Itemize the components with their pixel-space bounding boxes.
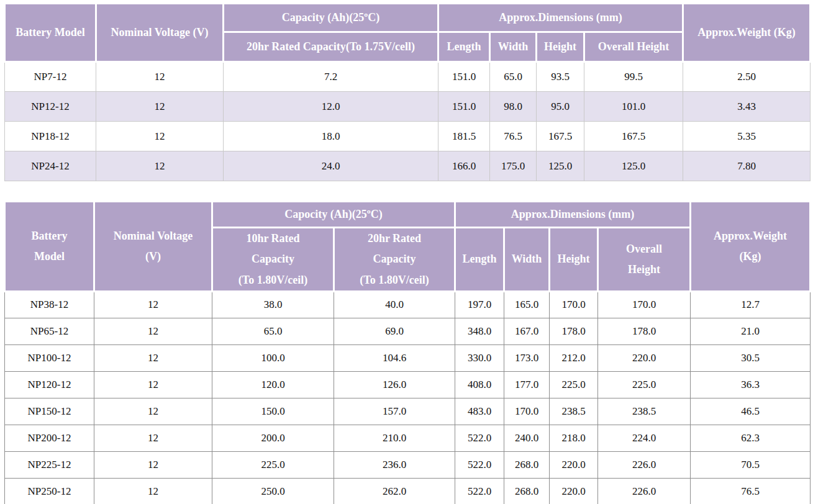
value-cell: 181.5 xyxy=(438,122,490,151)
value-cell: 151.0 xyxy=(438,62,490,92)
value-cell: 7.80 xyxy=(683,151,811,181)
value-cell: 7.2 xyxy=(224,62,438,92)
t1-header-dimensions-group: Approx.Dimensions (mm) xyxy=(438,4,683,32)
value-cell: 12.7 xyxy=(691,291,811,318)
value-cell: 330.0 xyxy=(455,344,504,371)
value-cell: 170.0 xyxy=(598,291,691,318)
table-row: NP225-1212225.0236.0522.0268.0220.0226.0… xyxy=(5,451,811,478)
t2-header-weight: Approx.Weight (Kg) xyxy=(691,202,811,292)
value-cell: 250.0 xyxy=(212,478,334,504)
value-cell: 12 xyxy=(94,478,212,504)
t2-header-nominal-voltage: Nominal Voltage (V) xyxy=(94,202,212,292)
value-cell: 46.5 xyxy=(691,398,811,425)
value-cell: 12.0 xyxy=(224,92,438,122)
value-cell: 12 xyxy=(94,398,212,425)
value-cell: 70.5 xyxy=(691,451,811,478)
page: Battery Model Nominal Voltage (V) Capaci… xyxy=(0,0,813,504)
value-cell: 177.0 xyxy=(504,371,550,398)
value-cell: 268.0 xyxy=(504,451,550,478)
table-row: NP18-121218.0181.576.5167.5167.55.35 xyxy=(5,122,811,151)
spec-table-2: Battery Model Nominal Voltage (V) Capoci… xyxy=(4,200,811,504)
table-row: NP250-1212250.0262.0522.0268.0220.0226.0… xyxy=(5,478,811,504)
value-cell: 226.0 xyxy=(598,478,691,504)
value-cell: 30.5 xyxy=(691,344,811,371)
value-cell: 178.0 xyxy=(550,318,598,344)
t2-header-width: Width xyxy=(504,228,550,292)
value-cell: 522.0 xyxy=(455,478,504,504)
value-cell: 65.0 xyxy=(490,62,537,92)
value-cell: 125.0 xyxy=(584,151,683,181)
table-row: NP150-1212150.0157.0483.0170.0238.5238.5… xyxy=(5,398,811,425)
value-cell: 12 xyxy=(94,291,212,318)
value-cell: 200.0 xyxy=(212,425,334,451)
header-group-row: Battery Model Nominal Voltage (V) Capoci… xyxy=(5,202,811,228)
t2-header-dimensions-group: Approx.Dimensions (mm) xyxy=(455,202,691,228)
value-cell: 150.0 xyxy=(212,398,334,425)
value-cell: 225.0 xyxy=(598,371,691,398)
value-cell: 104.6 xyxy=(334,344,455,371)
value-cell: 65.0 xyxy=(212,318,334,344)
value-cell: 36.3 xyxy=(691,371,811,398)
value-cell: 220.0 xyxy=(598,344,691,371)
t2-header-overall-height: Overall Height xyxy=(598,228,691,292)
value-cell: 170.0 xyxy=(504,398,550,425)
value-cell: 99.5 xyxy=(584,62,683,92)
value-cell: 218.0 xyxy=(550,425,598,451)
battery-model-cell: NP12-12 xyxy=(5,92,96,122)
value-cell: 12 xyxy=(96,151,224,181)
value-cell: 12 xyxy=(94,451,212,478)
value-cell: 167.0 xyxy=(504,318,550,344)
table-row: NP120-1212120.0126.0408.0177.0225.0225.0… xyxy=(5,371,811,398)
t2-header-height: Height xyxy=(550,228,598,292)
value-cell: 483.0 xyxy=(455,398,504,425)
battery-model-cell: NP100-12 xyxy=(5,344,94,371)
value-cell: 220.0 xyxy=(550,451,598,478)
battery-model-cell: NP65-12 xyxy=(5,318,94,344)
value-cell: 167.5 xyxy=(584,122,683,151)
value-cell: 100.0 xyxy=(212,344,334,371)
value-cell: 522.0 xyxy=(455,425,504,451)
value-cell: 95.0 xyxy=(537,92,584,122)
t1-header-weight: Approx.Weight (Kg) xyxy=(683,4,811,62)
value-cell: 125.0 xyxy=(537,151,584,181)
battery-model-cell: NP225-12 xyxy=(5,451,94,478)
value-cell: 151.0 xyxy=(438,92,490,122)
t1-header-overall-height: Overall Height xyxy=(584,32,683,62)
value-cell: 2.50 xyxy=(683,62,811,92)
value-cell: 178.0 xyxy=(598,318,691,344)
battery-model-cell: NP7-12 xyxy=(5,62,96,92)
value-cell: 408.0 xyxy=(455,371,504,398)
value-cell: 236.0 xyxy=(334,451,455,478)
t2-header-capacity-group: Capocity (Ah)(25ºC) xyxy=(212,202,455,228)
t1-header-nominal-voltage: Nominal Voltage (V) xyxy=(96,4,224,62)
t1-header-capacity-20hr: 20hr Rated Capacity(To 1.75V/cell) xyxy=(224,32,438,62)
table-row: NP7-12127.2151.065.093.599.52.50 xyxy=(5,62,811,92)
value-cell: 5.35 xyxy=(683,122,811,151)
battery-model-cell: NP120-12 xyxy=(5,371,94,398)
value-cell: 224.0 xyxy=(598,425,691,451)
t1-header-capacity-group: Capacity (Ah)(25ºC) xyxy=(224,4,438,32)
value-cell: 38.0 xyxy=(212,291,334,318)
t1-header-length: Length xyxy=(438,32,490,62)
value-cell: 240.0 xyxy=(504,425,550,451)
value-cell: 12 xyxy=(94,425,212,451)
value-cell: 12 xyxy=(96,62,224,92)
value-cell: 167.5 xyxy=(537,122,584,151)
battery-model-cell: NP18-12 xyxy=(5,122,96,151)
value-cell: 262.0 xyxy=(334,478,455,504)
value-cell: 197.0 xyxy=(455,291,504,318)
table-row: NP200-1212200.0210.0522.0240.0218.0224.0… xyxy=(5,425,811,451)
battery-model-cell: NP38-12 xyxy=(5,291,94,318)
value-cell: 173.0 xyxy=(504,344,550,371)
spec-table-2-header: Battery Model Nominal Voltage (V) Capoci… xyxy=(5,202,811,292)
value-cell: 12 xyxy=(96,122,224,151)
table-row: NP12-121212.0151.098.095.0101.03.43 xyxy=(5,92,811,122)
value-cell: 12 xyxy=(94,318,212,344)
spec-table-1: Battery Model Nominal Voltage (V) Capaci… xyxy=(4,2,811,181)
value-cell: 220.0 xyxy=(550,478,598,504)
spec-table-1-body: NP7-12127.2151.065.093.599.52.50NP12-121… xyxy=(5,62,811,181)
header-group-row: Battery Model Nominal Voltage (V) Capaci… xyxy=(5,4,811,32)
value-cell: 226.0 xyxy=(598,451,691,478)
value-cell: 62.3 xyxy=(691,425,811,451)
table-row: NP100-1212100.0104.6330.0173.0212.0220.0… xyxy=(5,344,811,371)
